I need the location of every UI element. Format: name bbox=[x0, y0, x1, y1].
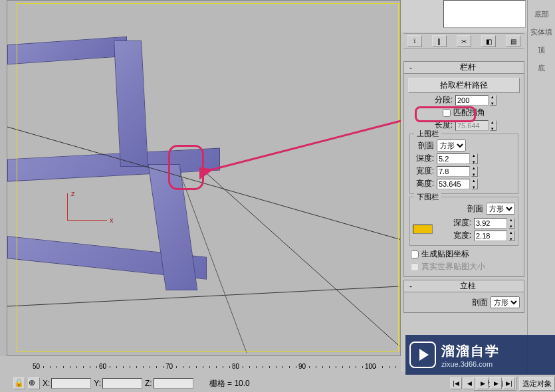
segments-spinner[interactable] bbox=[455, 95, 497, 106]
pin-icon[interactable]: ⟟ bbox=[407, 35, 422, 47]
goto-start-icon[interactable]: |◀ bbox=[450, 377, 462, 389]
config-icon[interactable]: ▤ bbox=[506, 35, 520, 47]
pick-path-button[interactable]: 拾取栏杆路径 bbox=[408, 78, 520, 93]
rollout-title: 栏杆 bbox=[415, 62, 521, 73]
posts-profile-label: 剖面 bbox=[472, 297, 488, 308]
y-label: Y: bbox=[94, 379, 101, 388]
ruler-tick-label: 100 bbox=[365, 363, 376, 370]
command-panel: ⟟ ‖ ✂ ◧ ▤ - 栏杆 拾取栏杆路径 分段: 匹配拐角 bbox=[401, 0, 527, 372]
rollout-header-railing[interactable]: - 栏杆 bbox=[404, 62, 524, 74]
segments-label: 分段: bbox=[431, 94, 453, 106]
rollout-posts: - 立柱 剖面 方形 bbox=[403, 280, 524, 313]
annotation-highlight-corner bbox=[168, 145, 204, 190]
watermark-url: zixue.3d66.com bbox=[441, 360, 500, 368]
far-item-2[interactable]: 实体填 bbox=[528, 23, 555, 41]
upper-rail-legend: 上围栏 bbox=[414, 129, 441, 139]
z-label: Z: bbox=[145, 379, 152, 388]
upper-depth-label: 深度: bbox=[413, 153, 434, 164]
group-upper-rail: 上围栏 剖面 方形 深度: 宽度: 高度: bbox=[409, 134, 518, 194]
posts-profile-select[interactable]: 方形 bbox=[491, 296, 520, 308]
watermark-title: 溜溜自学 bbox=[441, 342, 500, 360]
fork-icon[interactable]: ✂ bbox=[457, 35, 471, 47]
lower-rail-legend: 下围栏 bbox=[414, 192, 441, 202]
gen-map-label: 生成贴图坐标 bbox=[421, 248, 469, 260]
panel-icon-row: ⟟ ‖ ✂ ◧ ▤ bbox=[403, 33, 524, 49]
upper-profile-select[interactable]: 方形 bbox=[437, 140, 466, 151]
group-lower-rail: 下围栏 剖面 方形 深度: 宽度: bbox=[409, 197, 518, 246]
segments-input[interactable] bbox=[455, 95, 489, 106]
lower-width-input[interactable] bbox=[474, 231, 507, 241]
lower-width-label: 宽度: bbox=[450, 230, 471, 241]
svg-line-1 bbox=[207, 173, 399, 346]
real-world-label: 真实世界贴图大小 bbox=[421, 261, 485, 272]
time-ruler[interactable]: /* populated below */ 5060708090100 bbox=[10, 359, 401, 372]
ruler-tick-label: 80 bbox=[232, 363, 239, 370]
ruler-tick-label: 90 bbox=[298, 363, 306, 370]
upper-profile-label: 剖面 bbox=[413, 140, 434, 151]
lower-width-spinner[interactable] bbox=[474, 231, 515, 241]
preview-thumbnail bbox=[443, 0, 526, 28]
lower-depth-spinner[interactable] bbox=[474, 218, 515, 229]
play-icon[interactable]: ▶ bbox=[477, 377, 489, 389]
rollout-header-posts[interactable]: - 立柱 bbox=[404, 280, 524, 292]
y-input[interactable] bbox=[102, 378, 142, 389]
upper-height-input[interactable] bbox=[437, 179, 470, 189]
animation-controls: |◀ ◀ ▶ ▶ ▶| bbox=[450, 375, 515, 392]
upper-depth-spinner[interactable] bbox=[437, 153, 478, 164]
far-item-3[interactable]: 顶 bbox=[528, 41, 555, 59]
far-right-column: 底部 实体填 顶 底 bbox=[527, 0, 555, 372]
axis-gizmo: z x bbox=[47, 193, 114, 233]
collapse-icon: - bbox=[407, 63, 415, 72]
tool-icon[interactable]: ◧ bbox=[481, 35, 496, 47]
posts-title: 立柱 bbox=[415, 280, 521, 292]
upper-width-label: 宽度: bbox=[413, 165, 434, 177]
lower-depth-label: 深度: bbox=[450, 217, 471, 229]
ruler-tick-label: 60 bbox=[99, 363, 106, 370]
pause-icon[interactable]: ‖ bbox=[432, 35, 447, 47]
selected-object-label[interactable]: 选定对象 bbox=[519, 377, 555, 391]
rollout-railing: - 栏杆 拾取栏杆路径 分段: 匹配拐角 长度: bbox=[403, 61, 524, 277]
svg-line-2 bbox=[7, 286, 399, 306]
watermark-logo-icon bbox=[409, 342, 436, 368]
key-button[interactable]: ⊕ bbox=[28, 377, 40, 389]
gen-map-checkbox[interactable] bbox=[411, 250, 419, 258]
collapse-icon: - bbox=[407, 282, 415, 291]
lower-profile-select[interactable]: 方形 bbox=[486, 203, 515, 215]
upper-height-label: 高度: bbox=[413, 178, 434, 189]
next-frame-icon[interactable]: ▶ bbox=[490, 377, 502, 389]
upper-depth-input[interactable] bbox=[437, 153, 470, 164]
status-bar: 🔒 ⊕ X: Y: Z: 栅格 = 10.0 自动关键点 选定对象 |◀ ◀ ▶… bbox=[0, 375, 555, 392]
goto-end-icon[interactable]: ▶| bbox=[503, 377, 515, 389]
lock-button[interactable]: 🔒 bbox=[13, 377, 25, 389]
far-item-4[interactable]: 底 bbox=[528, 59, 555, 77]
far-item-1[interactable]: 底部 bbox=[528, 5, 555, 23]
prev-frame-icon[interactable]: ◀ bbox=[463, 377, 475, 389]
upper-height-spinner[interactable] bbox=[437, 179, 478, 189]
annotation-highlight-option bbox=[415, 106, 476, 122]
lower-rail-color-swatch[interactable] bbox=[413, 225, 433, 234]
grid-label: 栅格 = 10.0 bbox=[209, 378, 250, 389]
lower-depth-input[interactable] bbox=[474, 218, 507, 229]
x-label: X: bbox=[43, 379, 50, 388]
real-world-checkbox bbox=[411, 263, 419, 271]
upper-width-spinner[interactable] bbox=[437, 166, 478, 177]
ruler-tick-label: 50 bbox=[33, 363, 40, 370]
upper-width-input[interactable] bbox=[437, 166, 470, 177]
lower-profile-label: 剖面 bbox=[467, 203, 483, 215]
watermark: 溜溜自学 zixue.3d66.com bbox=[405, 335, 555, 375]
x-input[interactable] bbox=[51, 378, 91, 389]
preview-area bbox=[401, 0, 527, 32]
ruler-tick-label: 70 bbox=[166, 363, 173, 370]
z-input[interactable] bbox=[154, 378, 193, 389]
